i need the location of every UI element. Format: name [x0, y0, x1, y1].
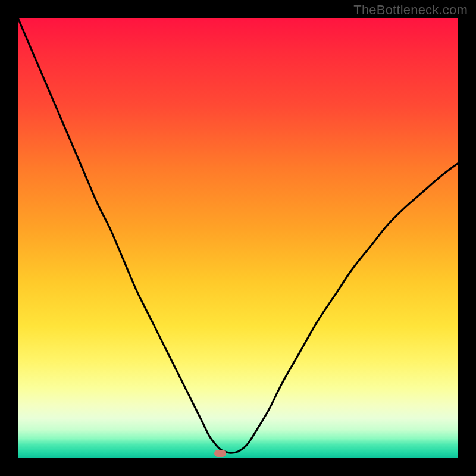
chart-frame: TheBottleneck.com [0, 0, 476, 476]
plot-area [18, 18, 458, 458]
optimal-point-marker [214, 450, 226, 457]
bottleneck-curve [18, 18, 458, 458]
watermark-text: TheBottleneck.com [353, 2, 468, 18]
